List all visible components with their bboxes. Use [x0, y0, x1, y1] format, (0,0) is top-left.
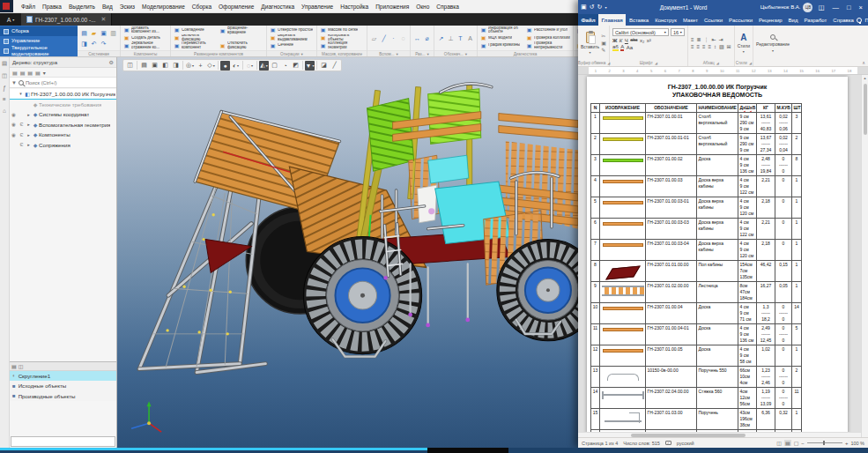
link-icon[interactable]: Є	[18, 142, 26, 147]
kompas-ribbon-button[interactable]: ▣Сечение	[270, 41, 314, 49]
align-center-button[interactable]: ≡	[696, 44, 700, 49]
kompas-ribbon-button[interactable]: ▣Информация об объекте	[480, 26, 524, 34]
kompas-home-button[interactable]: А▾	[0, 13, 21, 26]
surface-icon[interactable]: ⊥	[448, 35, 453, 41]
fit-all-icon[interactable]: ▢	[270, 61, 279, 71]
panels-icon[interactable]: ▤	[2, 60, 7, 67]
mode-tab-Сборка[interactable]: Сборка	[0, 26, 78, 36]
maximize-icon[interactable]: □	[844, 4, 854, 11]
home-icon[interactable]: ⌂	[3, 108, 6, 114]
orientation-icon[interactable]: ◇▾	[206, 61, 216, 71]
underline-button[interactable]: Ч	[625, 38, 628, 43]
tab-Ссылки[interactable]: Ссылки	[701, 14, 725, 26]
web-layout-icon[interactable]: ▢	[794, 440, 799, 446]
decrease-indent-button[interactable]: ⇤	[711, 37, 716, 42]
align-left-button[interactable]: ≡	[691, 44, 694, 49]
group-view-icon[interactable]: ▤	[27, 70, 33, 76]
flat-view-icon[interactable]: ▤	[20, 70, 26, 76]
account-name[interactable]: Цыбыленок В.А.	[760, 4, 801, 10]
italic-button[interactable]: К	[619, 38, 623, 43]
hidden-lines-icon[interactable]: ◌▾	[245, 61, 255, 71]
plane-icon[interactable]: ▱	[372, 35, 376, 41]
menu-item-Файл[interactable]: Файл	[18, 4, 39, 10]
menu-item-Настройка[interactable]: Настройка	[337, 4, 372, 10]
filter-icon[interactable]: ▼	[11, 80, 17, 85]
mode-tab-Твердотельное моделирование[interactable]: Твердотельное моделирование	[0, 46, 78, 56]
kompas-ribbon-button[interactable]: ▣Включить фиксацию	[174, 34, 218, 42]
tree-item-Системы координат[interactable]: ◉▸◆Системы координат	[10, 109, 116, 120]
shading-button[interactable]: ▨	[719, 44, 724, 49]
menu-item-Выделить[interactable]: Выделить	[65, 4, 99, 10]
kompas-ribbon-button[interactable]: ▣Отверстие простое	[270, 26, 314, 34]
tree-search[interactable]: ▼	[10, 78, 116, 88]
params-item-Скругление1[interactable]: ◐Скругление1	[10, 371, 116, 382]
pan-icon[interactable]: +	[196, 61, 205, 71]
ribbon-display-options-icon[interactable]: ◫	[815, 4, 827, 11]
change-case-button[interactable]: Аа	[627, 45, 633, 50]
tab-Справка[interactable]: Справка	[830, 14, 857, 26]
kompas-ribbon-button[interactable]: ▣Массив по сетке	[320, 26, 364, 34]
editing-button[interactable]: Редактирование ▾	[756, 27, 790, 59]
avatar[interactable]: ЦВ	[803, 3, 812, 12]
kompas-ribbon-button[interactable]: ▣Переместить компонент	[174, 41, 218, 49]
tab-Разработ[interactable]: Разработ	[801, 14, 830, 26]
zoom-slider[interactable]	[807, 442, 842, 443]
close-icon[interactable]: ×	[857, 4, 865, 11]
page-indicator[interactable]: Страница 1 из 4	[582, 441, 618, 446]
print-layout-icon[interactable]: ▤	[784, 440, 791, 446]
section-view-icon[interactable]: ◭▾	[259, 61, 269, 71]
tab-Конструк[interactable]: Конструк	[652, 14, 680, 26]
hscrollbar-thumb[interactable]	[631, 434, 746, 437]
sort-view-icon[interactable]: ▤	[35, 70, 41, 76]
open-icon[interactable]: ▰	[92, 30, 96, 36]
axis-icon[interactable]: ╱	[382, 35, 385, 41]
justify-button[interactable]: ≡	[708, 44, 711, 49]
scroll-up-icon[interactable]: ▲	[862, 75, 868, 80]
params-item-Исходные объекты[interactable]: ■Исходные объекты	[10, 381, 116, 391]
cut-icon[interactable]: ✂	[601, 33, 606, 39]
vertical-scrollbar[interactable]: ▲	[861, 75, 868, 437]
eye-icon[interactable]: ◉	[10, 132, 18, 137]
save-icon[interactable]: ▣	[100, 30, 107, 36]
format-painter-icon[interactable]: ✎	[601, 48, 606, 53]
tree-item-Сопряжения[interactable]: Є▸◆Сопряжения	[10, 140, 116, 151]
line-spacing-button[interactable]: ↕	[714, 44, 716, 49]
save-icon[interactable]: ▣	[581, 4, 587, 11]
tree-item-Вспомогательная геометрия[interactable]: ◉Є▸◆Вспомогательная геометрия	[10, 120, 116, 130]
redo-icon[interactable]: ↷	[101, 41, 107, 47]
filter-icon[interactable]: ▼▾	[305, 61, 315, 71]
layers-icon[interactable]: ◫	[2, 72, 7, 79]
show-structure-icon[interactable]: ▤	[139, 61, 149, 71]
tab-Макет[interactable]: Макет	[679, 14, 701, 26]
3d-model-canvas[interactable]: .rd{fill:none;stroke:#54585c;stroke-widt…	[117, 57, 578, 448]
leader-icon[interactable]: ↗	[439, 35, 444, 41]
params-tab2-icon[interactable]: ◫	[19, 363, 24, 369]
dock-panel-icon[interactable]: ◫	[125, 61, 135, 71]
measure-icon[interactable]: ◨	[171, 61, 181, 71]
display-mode-icon[interactable]: ◐▾	[231, 61, 241, 71]
font-size-select[interactable]: 16▾	[671, 28, 685, 36]
shaded-icon[interactable]: ●	[220, 61, 230, 71]
kompas-ribbon-button[interactable]: ▣Коллекция геометрии	[320, 41, 364, 49]
language-indicator[interactable]: русский	[677, 441, 694, 446]
link-icon[interactable]: Є	[18, 132, 26, 137]
kompas-ribbon-button[interactable]: ▣Совпадение	[174, 26, 218, 34]
tree-root-item[interactable]: ▾◧ГН-2307_1.00.00.00 ИК Погрузчик	[10, 89, 116, 100]
undo-icon[interactable]: ↶	[92, 41, 97, 47]
preview-icon[interactable]: ◨	[81, 41, 87, 47]
menu-item-Правка[interactable]: Правка	[39, 4, 65, 10]
horizontal-scrollbar[interactable]	[578, 432, 861, 437]
marker-icon[interactable]: А	[468, 35, 472, 41]
menu-item-Справка[interactable]: Справка	[433, 4, 463, 10]
object-properties-icon[interactable]: ◧	[160, 61, 170, 71]
3d-viewport[interactable]: ◫▤▣◧◨◎▾+◇▾●◐▾◌▾◭▾▢◔◩▼▾◪╱ .rd{fill:none;s…	[117, 57, 578, 448]
mode-tab-Управление[interactable]: Управление	[0, 36, 78, 46]
dim-linear-icon[interactable]: ↔	[414, 35, 420, 41]
qat-dropdown-icon[interactable]: ▾	[605, 5, 606, 10]
zoom-out-icon[interactable]: −	[801, 441, 805, 446]
scrollbar-thumb[interactable]	[864, 84, 867, 135]
menu-item-Эскиз[interactable]: Эскиз	[116, 4, 138, 10]
params-tab-icon[interactable]: ▤	[11, 363, 17, 369]
minimize-icon[interactable]: —	[830, 4, 842, 11]
styles-button[interactable]: А Стили ▾	[738, 27, 750, 59]
